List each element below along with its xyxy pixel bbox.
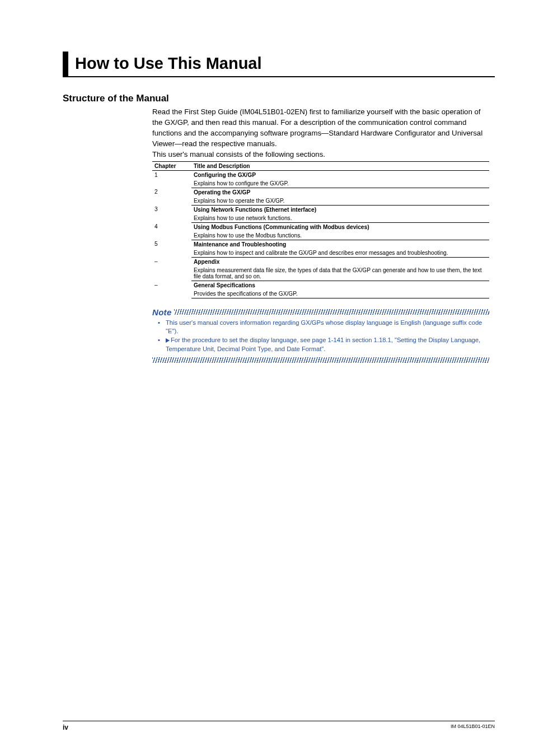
chapter-desc: Explains how to configure the GX/GP. [191, 179, 489, 188]
chapter-title: Configuring the GX/GP [191, 170, 489, 179]
chapter-desc: Explains measurement data file size, the… [191, 266, 489, 281]
table-row: Explains how to configure the GX/GP. [152, 179, 489, 188]
table-row: 4 Using Modbus Functions (Communicating … [152, 222, 489, 231]
table-row: Explains how to use network functions. [152, 214, 489, 223]
title-accent-bar [63, 52, 68, 77]
footer: iv IM 04L51B01-01EN [63, 721, 495, 731]
page-number: iv [63, 724, 68, 731]
chapter-title: Using Modbus Functions (Communicating wi… [191, 222, 489, 231]
chapter-title: Maintenance and Troubleshooting [191, 240, 489, 249]
triangle-icon [166, 338, 170, 343]
chapter-title: Using Network Functions (Ethernet interf… [191, 205, 489, 214]
hatch-pattern-icon [174, 309, 489, 315]
title-block: How to Use This Manual [63, 52, 495, 77]
table-row: – Appendix [152, 257, 489, 266]
note-label: Note [152, 307, 174, 317]
chapters-table: Chapter Title and Description 1 Configur… [152, 161, 489, 298]
intro-paragraph-2: This user's manual consists of the follo… [152, 149, 489, 160]
table-header-title: Title and Description [191, 161, 489, 170]
table-row: Explains how to operate the GX/GP. [152, 197, 489, 206]
note-text: For the procedure to set the display lan… [166, 336, 489, 353]
bullet-icon: • [158, 319, 166, 336]
hatch-pattern-icon [152, 357, 489, 363]
page: How to Use This Manual Structure of the … [0, 0, 534, 756]
bullet-icon: • [158, 336, 166, 353]
chapter-number: 3 [152, 205, 191, 222]
table-row: Provides the specifications of the GX/GP… [152, 290, 489, 298]
table-row: 5 Maintenance and Troubleshooting [152, 240, 489, 249]
chapter-number: 5 [152, 240, 191, 257]
section-heading: Structure of the Manual [63, 93, 495, 104]
chapter-desc: Explains how to inspect and calibrate th… [191, 249, 489, 258]
chapter-number: – [152, 281, 191, 298]
chapter-number: 4 [152, 222, 191, 240]
chapter-title: Appendix [191, 257, 489, 266]
chapter-number: 1 [152, 170, 191, 188]
note-header: Note [152, 307, 489, 317]
table-row: Explains how to inspect and calibrate th… [152, 249, 489, 258]
chapter-title: General Specifications [191, 281, 489, 290]
doc-id: IM 04L51B01-01EN [451, 724, 495, 731]
note-item: • This user's manual covers information … [158, 319, 489, 336]
chapter-desc: Provides the specifications of the GX/GP… [191, 290, 489, 298]
note-text: This user's manual covers information re… [166, 319, 489, 336]
chapter-number: – [152, 257, 191, 281]
chapter-desc: Explains how to use network functions. [191, 214, 489, 223]
table-row: Explains measurement data file size, the… [152, 266, 489, 281]
body-content: Read the First Step Guide (IM04L51B01-02… [152, 106, 489, 363]
chapter-title: Operating the GX/GP [191, 188, 489, 197]
chapter-desc: Explains how to operate the GX/GP. [191, 197, 489, 206]
table-row: – General Specifications [152, 281, 489, 290]
chapter-desc: Explains how to use the Modbus functions… [191, 231, 489, 240]
note-item: • For the procedure to set the display l… [158, 336, 489, 353]
table-row: 2 Operating the GX/GP [152, 188, 489, 197]
table-header-chapter: Chapter [152, 161, 191, 170]
table-row: 3 Using Network Functions (Ethernet inte… [152, 205, 489, 214]
chapter-number: 2 [152, 188, 191, 205]
note-block: Note • This user's manual covers informa… [152, 307, 489, 363]
table-row: 1 Configuring the GX/GP [152, 170, 489, 179]
table-row: Explains how to use the Modbus functions… [152, 231, 489, 240]
note-list: • This user's manual covers information … [152, 317, 489, 356]
intro-paragraph: Read the First Step Guide (IM04L51B01-02… [152, 106, 489, 150]
page-title: How to Use This Manual [75, 52, 262, 77]
